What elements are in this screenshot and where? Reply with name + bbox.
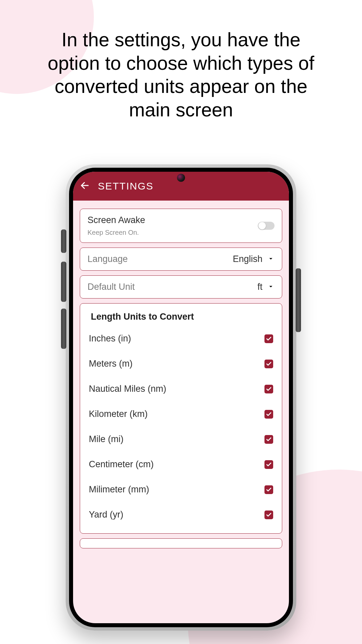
units-section-card: Length Units to Convert Inches (in)Meter… <box>80 303 282 534</box>
unit-label: Centimeter (cm) <box>89 459 154 470</box>
unit-row[interactable]: Yard (yr) <box>87 502 275 527</box>
marketing-headline: In the settings, you have the option to … <box>44 28 318 121</box>
unit-checkbox[interactable] <box>264 410 273 419</box>
phone-bezel: SETTINGS Screen Awake Keep Screen On. <box>69 168 293 627</box>
default-unit-value: ft <box>257 282 262 292</box>
unit-label: Inches (in) <box>89 333 131 344</box>
phone-side-button <box>61 229 66 253</box>
phone-camera-notch <box>177 174 185 182</box>
back-icon[interactable] <box>80 180 90 192</box>
language-label: Language <box>87 254 128 264</box>
screen-awake-card: Screen Awake Keep Screen On. <box>80 209 282 243</box>
language-value: English <box>233 254 262 264</box>
toggle-knob <box>258 222 266 229</box>
next-card-peek <box>80 538 282 548</box>
unit-row[interactable]: Inches (in) <box>87 326 275 351</box>
unit-checkbox[interactable] <box>264 511 273 519</box>
phone-volume-up-button <box>61 262 66 302</box>
unit-checkbox[interactable] <box>264 360 273 368</box>
unit-label: Nautical Miles (nm) <box>89 384 166 394</box>
unit-row[interactable]: Meters (m) <box>87 351 275 376</box>
unit-row[interactable]: Mile (mi) <box>87 427 275 452</box>
phone-volume-down-button <box>61 309 66 349</box>
phone-frame: SETTINGS Screen Awake Keep Screen On. <box>66 164 296 631</box>
unit-label: Kilometer (km) <box>89 409 148 419</box>
unit-row[interactable]: Kilometer (km) <box>87 401 275 427</box>
unit-checkbox[interactable] <box>264 485 273 494</box>
screen-awake-title: Screen Awake <box>87 215 145 225</box>
language-dropdown[interactable]: Language English <box>80 248 282 271</box>
unit-row[interactable]: Milimeter (mm) <box>87 477 275 502</box>
unit-row[interactable]: Nautical Miles (nm) <box>87 376 275 401</box>
screen-awake-subtitle: Keep Screen On. <box>87 229 145 236</box>
page-title: SETTINGS <box>98 180 154 192</box>
settings-content: Screen Awake Keep Screen On. Language En… <box>73 201 289 556</box>
unit-row[interactable]: Centimeter (cm) <box>87 452 275 477</box>
screen-awake-toggle[interactable] <box>258 222 275 230</box>
default-unit-dropdown[interactable]: Default Unit ft <box>80 275 282 299</box>
chevron-down-icon <box>267 255 275 264</box>
unit-checkbox[interactable] <box>264 460 273 469</box>
units-list: Inches (in)Meters (m)Nautical Miles (nm)… <box>87 326 275 527</box>
app-screen: SETTINGS Screen Awake Keep Screen On. <box>73 172 289 623</box>
unit-label: Milimeter (mm) <box>89 484 149 495</box>
units-section-title: Length Units to Convert <box>87 310 275 326</box>
unit-checkbox[interactable] <box>264 334 273 343</box>
unit-checkbox[interactable] <box>264 385 273 393</box>
unit-label: Mile (mi) <box>89 434 123 444</box>
unit-checkbox[interactable] <box>264 435 273 444</box>
phone-power-button <box>296 268 301 332</box>
unit-label: Meters (m) <box>89 359 133 369</box>
chevron-down-icon <box>267 283 275 291</box>
unit-label: Yard (yr) <box>89 509 123 520</box>
default-unit-label: Default Unit <box>87 282 135 292</box>
